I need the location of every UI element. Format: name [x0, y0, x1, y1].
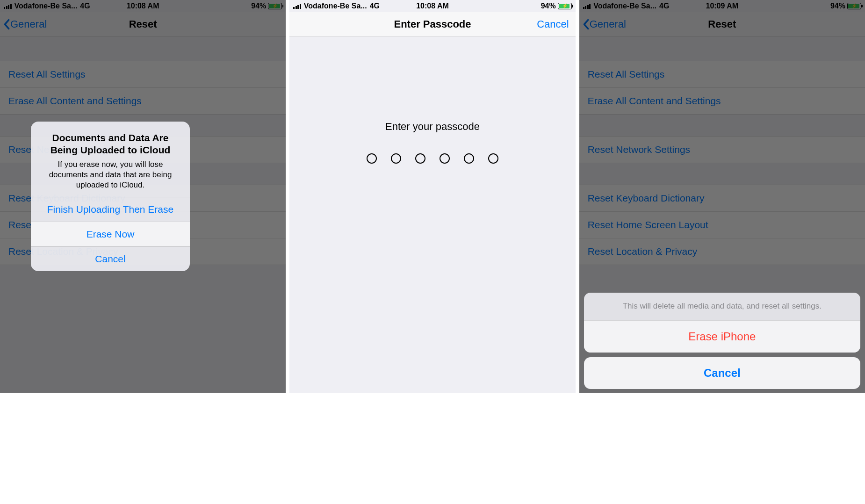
- carrier-label: Vodafone-Be Sa...: [593, 2, 656, 10]
- alert-title: Documents and Data Are Being Uploaded to…: [39, 132, 181, 157]
- chevron-left-icon: [582, 18, 590, 31]
- reset-keyboard-dictionary[interactable]: Reset Keyboard Dictionary: [579, 185, 865, 212]
- reset-all-settings[interactable]: Reset All Settings: [579, 61, 865, 88]
- clock: 10:08 AM: [127, 2, 159, 10]
- nav-bar: Enter Passcode Cancel: [289, 12, 575, 36]
- erase-iphone-button[interactable]: Erase iPhone: [584, 320, 860, 353]
- back-button[interactable]: General: [582, 18, 626, 31]
- nav-bar: General Reset: [579, 12, 865, 36]
- cellular-signal-icon: [293, 3, 301, 9]
- nav-bar: General Reset: [0, 12, 286, 36]
- chevron-left-icon: [3, 18, 10, 31]
- passcode-dot: [488, 153, 498, 164]
- passcode-dot: [464, 153, 474, 164]
- carrier-label: Vodafone-Be Sa...: [14, 2, 78, 10]
- icloud-upload-alert: Documents and Data Are Being Uploaded to…: [31, 122, 190, 271]
- network-label: 4G: [370, 2, 380, 10]
- network-label: 4G: [80, 2, 90, 10]
- passcode-dots[interactable]: [289, 153, 575, 164]
- reset-home-screen-layout[interactable]: Reset Home Screen Layout: [579, 212, 865, 238]
- clock: 10:09 AM: [706, 2, 738, 10]
- battery-percent: 94%: [251, 2, 266, 10]
- page-title: Reset: [708, 18, 736, 30]
- screen-reset-with-alert: Vodafone-Be Sa... 4G 10:08 AM 94% ⚡ Gene…: [0, 0, 286, 393]
- erase-now-button[interactable]: Erase Now: [31, 222, 190, 246]
- alert-message: If you erase now, you will lose document…: [39, 159, 181, 190]
- passcode-dot: [415, 153, 425, 164]
- battery-charging-icon: ⚡: [558, 3, 572, 9]
- back-label: General: [590, 18, 626, 30]
- back-label: General: [10, 18, 47, 30]
- cancel-button[interactable]: Cancel: [31, 246, 190, 271]
- screen-reset-with-action-sheet: Vodafone-Be Sa... 4G 10:09 AM 94% ⚡ Gene…: [579, 0, 865, 393]
- battery-percent: 94%: [541, 2, 556, 10]
- page-title: Enter Passcode: [394, 18, 471, 30]
- page-title: Reset: [129, 18, 157, 30]
- cellular-signal-icon: [583, 3, 591, 9]
- passcode-prompt: Enter your passcode: [289, 121, 575, 133]
- status-bar: Vodafone-Be Sa... 4G 10:08 AM 94% ⚡: [289, 0, 575, 12]
- cellular-signal-icon: [4, 3, 12, 9]
- erase-confirm-action-sheet: This will delete all media and data, and…: [584, 293, 860, 389]
- status-bar: Vodafone-Be Sa... 4G 10:09 AM 94% ⚡: [579, 0, 865, 12]
- passcode-dot: [391, 153, 401, 164]
- erase-all-content[interactable]: Erase All Content and Settings: [579, 88, 865, 114]
- back-button[interactable]: General: [3, 18, 47, 31]
- passcode-dot: [440, 153, 450, 164]
- battery-percent: 94%: [830, 2, 845, 10]
- screen-enter-passcode: Vodafone-Be Sa... 4G 10:08 AM 94% ⚡ Ente…: [286, 0, 579, 393]
- status-bar: Vodafone-Be Sa... 4G 10:08 AM 94% ⚡: [0, 0, 286, 12]
- erase-all-content[interactable]: Erase All Content and Settings: [0, 88, 286, 114]
- finish-uploading-button[interactable]: Finish Uploading Then Erase: [31, 197, 190, 222]
- reset-location-privacy[interactable]: Reset Location & Privacy: [579, 238, 865, 265]
- reset-network-settings[interactable]: Reset Network Settings: [579, 137, 865, 163]
- network-label: 4G: [659, 2, 669, 10]
- reset-all-settings[interactable]: Reset All Settings: [0, 61, 286, 88]
- cancel-button[interactable]: Cancel: [537, 18, 569, 30]
- carrier-label: Vodafone-Be Sa...: [304, 2, 367, 10]
- battery-charging-icon: ⚡: [268, 3, 282, 9]
- passcode-dot: [367, 153, 377, 164]
- clock: 10:08 AM: [416, 2, 449, 10]
- battery-charging-icon: ⚡: [847, 3, 861, 9]
- cancel-button[interactable]: Cancel: [584, 357, 860, 389]
- action-sheet-message: This will delete all media and data, and…: [584, 293, 860, 320]
